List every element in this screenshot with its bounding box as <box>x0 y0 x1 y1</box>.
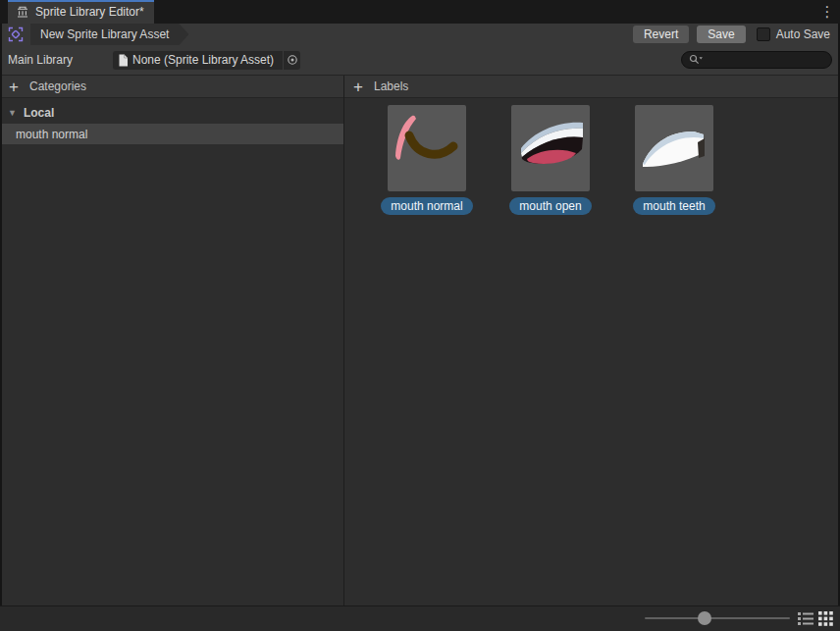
categories-title: Categories <box>29 79 86 93</box>
footer-bar <box>0 605 840 631</box>
toolbar: New Sprite Library Asset Revert Save Aut… <box>0 24 840 45</box>
search-input[interactable] <box>707 53 824 67</box>
kebab-menu-icon[interactable]: ⋮ <box>819 0 835 24</box>
main-library-label: Main Library <box>8 53 113 67</box>
labels-panel: + Labels mouth normal <box>344 76 840 605</box>
search-field[interactable] <box>681 51 832 69</box>
mouth-teeth-sprite <box>635 105 713 191</box>
label-pill[interactable]: mouth open <box>509 197 591 215</box>
revert-button[interactable]: Revert <box>633 26 689 43</box>
thumbnail-size-slider[interactable] <box>645 606 790 630</box>
auto-save-label: Auto Save <box>776 27 832 41</box>
label-pill-text: mouth normal <box>391 199 462 213</box>
object-picker-icon[interactable] <box>283 51 300 70</box>
list-view-icon[interactable] <box>798 610 814 626</box>
mouth-open-sprite <box>511 105 590 191</box>
main-library-row: Main Library None (Sprite Library Asset) <box>0 45 840 75</box>
foldout-triangle-icon: ▼ <box>8 108 17 118</box>
save-button[interactable]: Save <box>697 26 745 43</box>
tab-sprite-library-editor[interactable]: Sprite Library Editor* <box>8 0 154 24</box>
label-pill[interactable]: mouth normal <box>381 197 472 215</box>
object-field-value: None (Sprite Library Asset) <box>132 53 283 67</box>
sprite-library-asset-icon <box>8 26 24 42</box>
add-label-plus-icon[interactable]: + <box>348 78 368 96</box>
asset-document-icon <box>118 54 129 67</box>
categories-header: + Categories <box>0 76 343 98</box>
auto-save-checkbox[interactable] <box>757 27 770 41</box>
label-item-mouth-open[interactable]: mouth open <box>489 105 612 215</box>
local-foldout[interactable]: ▼ Local <box>0 102 343 124</box>
breadcrumb[interactable]: New Sprite Library Asset <box>30 24 188 45</box>
categories-list: ▼ Local mouth normal <box>0 98 343 605</box>
breadcrumb-label: New Sprite Library Asset <box>40 27 169 41</box>
label-pill-text: mouth teeth <box>643 199 705 213</box>
label-pill[interactable]: mouth teeth <box>633 197 714 215</box>
label-item-mouth-teeth[interactable]: mouth teeth <box>612 105 736 215</box>
categories-panel: + Categories ▼ Local mouth normal <box>0 76 343 605</box>
add-category-plus-icon[interactable]: + <box>4 78 24 96</box>
slider-track <box>645 617 790 619</box>
tab-active-accent <box>8 0 154 2</box>
labels-grid: mouth normal mouth open <box>344 98 840 605</box>
labels-header: + Labels <box>344 76 840 98</box>
label-item-mouth-normal[interactable]: mouth normal <box>365 105 489 215</box>
category-row-label: mouth normal <box>16 128 87 141</box>
library-building-icon <box>16 5 29 19</box>
panels: + Categories ▼ Local mouth normal + Labe… <box>0 75 840 605</box>
mouth-normal-sprite <box>388 105 466 191</box>
tab-bar: Sprite Library Editor* ⋮ <box>0 0 840 24</box>
sprite-library-editor-window: Sprite Library Editor* ⋮ New Sprite Libr… <box>0 0 840 631</box>
label-pill-text: mouth open <box>519 199 581 213</box>
category-row-mouth-normal[interactable]: mouth normal <box>0 124 343 144</box>
search-icon <box>689 54 704 66</box>
slider-handle[interactable] <box>698 611 711 625</box>
grid-view-icon[interactable] <box>817 610 833 626</box>
tab-title: Sprite Library Editor* <box>35 5 144 19</box>
local-group-label: Local <box>24 106 54 120</box>
main-library-object-field[interactable]: None (Sprite Library Asset) <box>113 51 300 70</box>
labels-title: Labels <box>374 79 408 93</box>
